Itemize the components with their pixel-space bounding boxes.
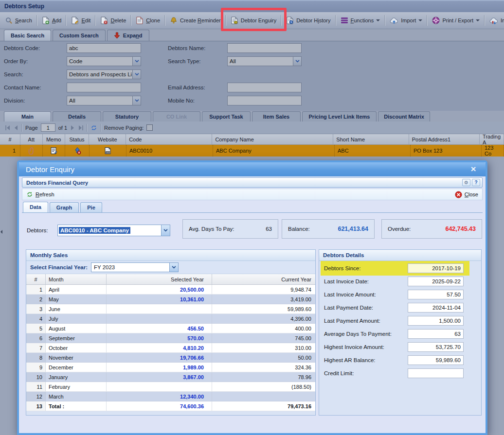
col-current-year: Current Year bbox=[212, 274, 315, 284]
last-invoice-date-input[interactable] bbox=[408, 277, 464, 286]
gear-icon[interactable]: ⚙ bbox=[462, 179, 470, 186]
clone-label: Clone bbox=[146, 17, 160, 23]
detail-row-last-payment-amount: Last Payment Amount: bbox=[319, 315, 481, 326]
last-payment-amount-input[interactable] bbox=[408, 316, 464, 326]
refresh-button[interactable]: Refresh bbox=[26, 191, 54, 198]
edit-button[interactable]: Edit bbox=[68, 14, 94, 27]
search-label: Search bbox=[15, 17, 32, 23]
last-page-icon[interactable] bbox=[78, 125, 84, 131]
highest-ar-balance-input[interactable] bbox=[408, 355, 464, 365]
tab-basic-search[interactable]: Basic Search bbox=[4, 30, 51, 41]
tab-discount-matrix[interactable]: Discount Matrix bbox=[378, 111, 430, 122]
detail-row-last-payment-date: Last Payment Date: bbox=[319, 302, 481, 313]
monthly-row[interactable]: 1April20,500.009,948.74 bbox=[26, 285, 315, 295]
functions-icon bbox=[341, 17, 348, 24]
monthly-row[interactable]: 6September570.00745.00 bbox=[26, 333, 315, 343]
tab-details[interactable]: Details bbox=[53, 111, 101, 122]
col-company-name[interactable]: Company Name bbox=[212, 134, 333, 144]
first-page-icon[interactable] bbox=[5, 125, 11, 131]
help-icon[interactable]: ? bbox=[472, 179, 480, 186]
company-name-cell: ABC Company bbox=[213, 145, 335, 157]
monthly-row[interactable]: 3June59,989.60 bbox=[26, 304, 315, 314]
monthly-row[interactable]: 10January3,867.0078.96 bbox=[26, 372, 315, 382]
prev-page-icon[interactable] bbox=[14, 125, 18, 131]
division-select[interactable]: All bbox=[67, 96, 141, 105]
col-postal-address1[interactable]: Postal Address1 bbox=[409, 134, 480, 144]
col-memo[interactable]: Memo bbox=[43, 134, 65, 144]
tab-main[interactable]: Main bbox=[4, 111, 51, 122]
import-file-button[interactable]: Import bbox=[486, 14, 504, 27]
import-button[interactable]: Import bbox=[386, 14, 426, 27]
col-trading-address[interactable]: Trading A bbox=[480, 134, 504, 144]
debtors-code-input[interactable] bbox=[67, 43, 141, 53]
functions-button[interactable]: Functions bbox=[337, 14, 384, 27]
next-page-icon[interactable] bbox=[70, 125, 75, 131]
print-export-button[interactable]: Print / Export bbox=[429, 14, 483, 27]
tab-graph[interactable]: Graph bbox=[50, 202, 79, 212]
debtors-since-input[interactable] bbox=[408, 263, 464, 273]
credit-limit-input[interactable] bbox=[408, 368, 464, 378]
dialog-tab-strip: Data Graph Pie bbox=[23, 202, 102, 212]
search-select[interactable]: Debtors and Prospects Li bbox=[67, 70, 141, 79]
col-status[interactable]: Status bbox=[65, 134, 90, 144]
search-button[interactable]: Search bbox=[2, 14, 36, 27]
tab-item-sales[interactable]: Item Sales bbox=[252, 111, 301, 122]
tab-co-link: CO Link bbox=[153, 111, 200, 122]
monthly-row[interactable]: 9December1,989.00324.36 bbox=[26, 363, 315, 372]
email-address-input[interactable] bbox=[227, 83, 302, 92]
monthly-row[interactable]: 12March12,340.00 bbox=[26, 392, 315, 401]
monthly-row[interactable]: 7October4,810.20310.00 bbox=[26, 343, 315, 353]
monthly-row[interactable]: 2May10,361.003,419.00 bbox=[26, 295, 315, 304]
tab-expand[interactable]: Expand bbox=[107, 30, 149, 41]
grid-row-selected[interactable]: 1 www ABC0010 ABC Company ABC PO Box 123… bbox=[0, 145, 504, 157]
print-export-icon bbox=[432, 17, 440, 24]
add-button[interactable]: Add bbox=[38, 14, 65, 27]
monthly-row[interactable]: 8November19,706.6650.00 bbox=[26, 353, 315, 363]
delete-button[interactable]: Delete bbox=[97, 14, 129, 27]
last-payment-date-input[interactable] bbox=[408, 303, 464, 313]
tab-custom-search[interactable]: Custom Search bbox=[53, 30, 106, 41]
tab-pricing-level-link-items[interactable]: Pricing Level Link Items bbox=[302, 111, 377, 122]
col-code[interactable]: Code bbox=[126, 134, 212, 144]
page-label: Page bbox=[25, 125, 38, 131]
page-number-input[interactable] bbox=[41, 123, 55, 132]
last-invoice-amount-input[interactable] bbox=[408, 290, 464, 299]
debtors-code-label: Debtors Code: bbox=[4, 43, 40, 53]
mobile-no-input[interactable] bbox=[227, 96, 302, 105]
close-button[interactable]: Close bbox=[455, 191, 478, 198]
tab-statutory[interactable]: Statutory bbox=[103, 111, 151, 122]
debtors-combo-value: ABC0010 - ABC Company bbox=[59, 227, 130, 234]
dialog-body: Debtors Financial Query ⚙ ? Refresh Clos… bbox=[19, 176, 486, 433]
col-website[interactable]: Website bbox=[89, 134, 126, 144]
remove-paging-checkbox[interactable] bbox=[146, 124, 153, 131]
monthly-row[interactable]: 11February(188.50) bbox=[26, 382, 315, 392]
col-att[interactable]: Att bbox=[20, 134, 43, 144]
add-label: Add bbox=[52, 17, 62, 23]
monthly-row[interactable]: 5August456.50400.00 bbox=[26, 324, 315, 333]
contact-name-input[interactable] bbox=[67, 83, 141, 92]
order-by-select[interactable]: Code bbox=[67, 56, 141, 66]
tab-support-task[interactable]: Support Task bbox=[202, 111, 251, 122]
debtor-history-button[interactable]: Debtor History bbox=[283, 14, 334, 27]
create-reminder-button[interactable]: Create Reminder bbox=[166, 14, 224, 27]
clone-button[interactable]: Clone bbox=[132, 14, 163, 27]
search-type-select[interactable]: All bbox=[227, 56, 302, 66]
debtor-enquiry-button[interactable]: Debtor Enquiry bbox=[227, 14, 280, 27]
screen: Debtors Setup Search Add Edit Delete Clo… bbox=[0, 0, 504, 435]
tab-pie[interactable]: Pie bbox=[80, 202, 102, 212]
col-num[interactable]: # bbox=[0, 134, 20, 144]
refresh-grid-icon[interactable] bbox=[90, 124, 97, 131]
tab-data[interactable]: Data bbox=[23, 202, 48, 212]
panel-collapse-handle[interactable] bbox=[0, 228, 4, 236]
col-short-name[interactable]: Short Name bbox=[333, 134, 409, 144]
monthly-row[interactable]: 4July4,396.00 bbox=[26, 314, 315, 324]
svg-text:www: www bbox=[106, 152, 110, 154]
financial-year-combo[interactable]: FY 2023 bbox=[91, 262, 179, 272]
highest-invoice-amount-input[interactable] bbox=[408, 342, 464, 352]
avg-days-value: 63 bbox=[266, 226, 272, 232]
refresh-label: Refresh bbox=[36, 191, 54, 197]
debtors-name-input[interactable] bbox=[227, 43, 302, 53]
dialog-close-icon[interactable]: × bbox=[468, 162, 479, 176]
debtors-combo[interactable]: ABC0010 - ABC Company bbox=[57, 225, 170, 236]
average-days-to-payment-input[interactable] bbox=[408, 329, 464, 339]
